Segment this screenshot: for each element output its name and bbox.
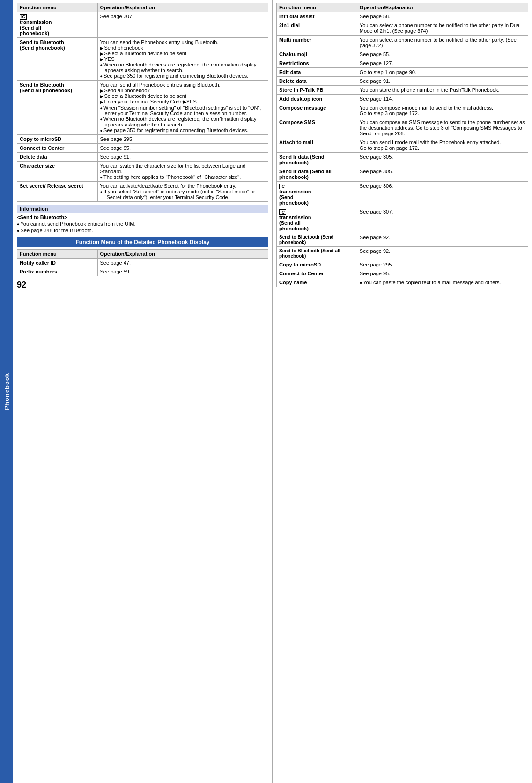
bullet-item: When no Bluetooth devices are registered… bbox=[100, 62, 266, 73]
func-content: See page 306. bbox=[357, 182, 528, 207]
table-row: Prefix numbers See page 59. bbox=[17, 267, 268, 276]
func-name: Send to Bluetooth (Send all phonebook) bbox=[277, 247, 357, 260]
func-content: See page 47. bbox=[97, 259, 268, 267]
func-name: Edit data bbox=[277, 68, 357, 77]
func-name: Notify caller ID bbox=[17, 259, 98, 267]
table-row: Set secret/ Release secret You can activ… bbox=[17, 182, 268, 202]
left-col-header-1: Function menu bbox=[17, 3, 98, 12]
ic-icon: IC bbox=[20, 14, 27, 20]
func-name: Set secret/ Release secret bbox=[17, 182, 98, 202]
func-content: See page 91. bbox=[97, 153, 268, 162]
func-content: See page 95. bbox=[97, 144, 268, 153]
table-row: Chaku-moji See page 55. bbox=[277, 50, 528, 59]
func-content: See page 295. bbox=[97, 135, 268, 144]
table-row: IC transmission(Sendphonebook) See page … bbox=[277, 182, 528, 207]
section-heading: Function Menu of the Detailed Phonebook … bbox=[17, 237, 268, 247]
info-item: You cannot send Phonebook entries from t… bbox=[17, 221, 268, 227]
func-content: See page 55. bbox=[357, 50, 528, 59]
table-row: Delete data See page 91. bbox=[277, 77, 528, 86]
arrow-item: Select a Bluetooth device to be sent bbox=[100, 93, 266, 99]
func-content: You can send all Phonebook entries using… bbox=[97, 81, 268, 135]
table-row: Send Ir data (Send all phonebook) See pa… bbox=[277, 167, 528, 182]
table-row: Copy name You can paste the copied text … bbox=[277, 278, 528, 287]
arrow-item: Send all phonebook bbox=[100, 88, 266, 93]
func-content: See page 59. bbox=[97, 267, 268, 276]
func-content: Go to step 1 on page 90. bbox=[357, 68, 528, 77]
table-row: Notify caller ID See page 47. bbox=[17, 259, 268, 267]
table-row: Character size You can switch the charac… bbox=[17, 162, 268, 182]
func-name: Send Ir data (Send all phonebook) bbox=[277, 167, 357, 182]
left-second-table: Function menu Operation/Explanation Noti… bbox=[17, 249, 268, 276]
func-name: Send Ir data (Send phonebook) bbox=[277, 153, 357, 167]
func-name: 2in1 dial bbox=[277, 21, 357, 36]
func-name: Add desktop icon bbox=[277, 95, 357, 103]
left-main-table: Function menu Operation/Explanation IC t… bbox=[17, 3, 268, 202]
ic-icon: IC bbox=[279, 184, 286, 189]
func-name: Delete data bbox=[277, 77, 357, 86]
func-name: Send to Bluetooth(Send all phonebook) bbox=[17, 81, 98, 135]
func-name: Chaku-moji bbox=[277, 50, 357, 59]
func-name: Character size bbox=[17, 162, 98, 182]
func-content: You can send i-mode mail with the Phoneb… bbox=[357, 138, 528, 153]
table-row: 2in1 dial You can select a phone number … bbox=[277, 21, 528, 36]
table-row: Delete data See page 91. bbox=[17, 153, 268, 162]
func-name: Compose message bbox=[277, 103, 357, 118]
func-name: Copy to microSD bbox=[277, 260, 357, 269]
table-row: Send to Bluetooth(Send all phonebook) Yo… bbox=[17, 81, 268, 135]
func-content: You can select a phone number to be noti… bbox=[357, 36, 528, 50]
func-name: Attach to mail bbox=[277, 138, 357, 153]
func-content: See page 95. bbox=[357, 269, 528, 278]
left-column: Function menu Operation/Explanation IC t… bbox=[13, 0, 273, 783]
func-content: See page 58. bbox=[357, 12, 528, 21]
func-content: See page 305. bbox=[357, 167, 528, 182]
func-name: Send to Bluetooth(Send phonebook) bbox=[17, 38, 98, 81]
func-content: See page 307. bbox=[97, 12, 268, 38]
func-content: You can compose an SMS message to send t… bbox=[357, 118, 528, 138]
information-box-header: Information bbox=[17, 205, 268, 213]
func-content: See page 114. bbox=[357, 95, 528, 103]
right-col-header-1: Function menu bbox=[277, 3, 357, 12]
func-name: Store in P-Talk PB bbox=[277, 86, 357, 95]
right-col-header-2: Operation/Explanation bbox=[357, 3, 528, 12]
func-content: You can send the Phonebook entry using B… bbox=[97, 38, 268, 81]
table-row: Send to Bluetooth (Send phonebook) See p… bbox=[277, 233, 528, 247]
func-name: Multi number bbox=[277, 36, 357, 50]
func-content: You can switch the character size for th… bbox=[97, 162, 268, 182]
func-content: You can select a phone number to be noti… bbox=[357, 21, 528, 36]
func-content: See page 127. bbox=[357, 59, 528, 68]
table-row: Send to Bluetooth (Send all phonebook) S… bbox=[277, 247, 528, 260]
table-row: Int'l dial assist See page 58. bbox=[277, 12, 528, 21]
func-name: IC transmission(Send allphonebook) bbox=[277, 207, 357, 233]
func-name: Connect to Center bbox=[277, 269, 357, 278]
content-area: Function menu Operation/Explanation IC t… bbox=[13, 0, 532, 783]
func-content: See page 307. bbox=[357, 207, 528, 233]
info-item: See page 348 for the Bluetooth. bbox=[17, 228, 268, 233]
arrow-item: Enter your Terminal Security Code▶YES bbox=[100, 99, 266, 105]
func-content: See page 295. bbox=[357, 260, 528, 269]
table-row: Restrictions See page 127. bbox=[277, 59, 528, 68]
func-name: Prefix numbers bbox=[17, 267, 98, 276]
func-content: You can paste the copied text to a mail … bbox=[357, 278, 528, 287]
bullet-item: When "Session number setting" of "Blueto… bbox=[100, 105, 266, 116]
table-row: IC transmission(Send allphonebook) See p… bbox=[277, 207, 528, 233]
right-main-table: Function menu Operation/Explanation Int'… bbox=[276, 3, 528, 287]
table-row: Compose SMS You can compose an SMS messa… bbox=[277, 118, 528, 138]
table-row: Edit data Go to step 1 on page 90. bbox=[277, 68, 528, 77]
sidebar-tab: Phonebook bbox=[0, 0, 13, 783]
func-name: Restrictions bbox=[277, 59, 357, 68]
right-column: Function menu Operation/Explanation Int'… bbox=[273, 0, 532, 783]
page-number: 92 bbox=[17, 280, 268, 290]
func-name: Delete data bbox=[17, 153, 98, 162]
table-row: Connect to Center See page 95. bbox=[17, 144, 268, 153]
bullet-item: If you select "Set secret" in ordinary m… bbox=[100, 189, 266, 200]
table-row: Send Ir data (Send phonebook) See page 3… bbox=[277, 153, 528, 167]
ic-icon: IC bbox=[279, 209, 286, 215]
left2-col-header-2: Operation/Explanation bbox=[97, 250, 268, 259]
func-name: Copy name bbox=[277, 278, 357, 287]
bullet-item: You can paste the copied text to a mail … bbox=[360, 280, 525, 285]
table-row: Send to Bluetooth(Send phonebook) You ca… bbox=[17, 38, 268, 81]
bullet-item: See page 350 for registering and connect… bbox=[100, 73, 266, 79]
func-name: Compose SMS bbox=[277, 118, 357, 138]
func-content: See page 305. bbox=[357, 153, 528, 167]
bullet-item: See page 350 for registering and connect… bbox=[100, 127, 266, 133]
